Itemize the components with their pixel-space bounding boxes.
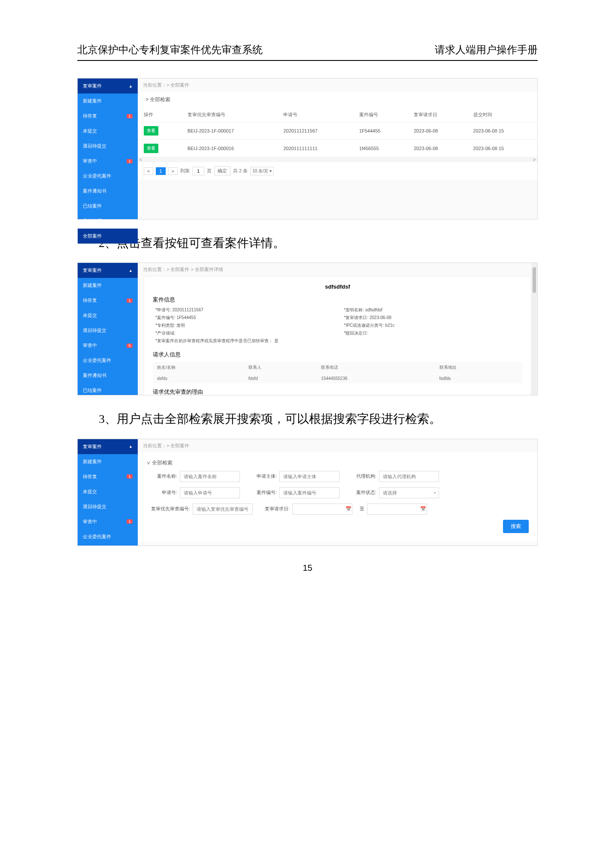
- calendar-icon[interactable]: 📅: [345, 506, 351, 512]
- form-label: 申请号:: [146, 489, 177, 496]
- sidebar-item[interactable]: 新建案件: [78, 278, 138, 293]
- sidebar-item[interactable]: 未提交: [78, 124, 138, 139]
- instruction-2: 2、点击查看按钮可查看案件详情。: [99, 232, 538, 254]
- sidebar-item[interactable]: 案件通知书: [78, 184, 138, 199]
- per-page-select[interactable]: 10 条/页 ▾: [250, 167, 273, 175]
- fold-toggle[interactable]: > 全部检索: [138, 92, 537, 108]
- section-requester-info: 请求人信息: [153, 351, 522, 359]
- table-row: 查看BEIJ-2023-1F-00001620201111111111f4565…: [138, 140, 537, 157]
- sidebar-item[interactable]: 审查中1: [78, 154, 138, 169]
- table-row: 查看BEIJ-2023-1F-00001720201112115671F5444…: [138, 122, 537, 140]
- sidebar-item[interactable]: 已结案件: [78, 383, 138, 398]
- page-label: 页: [207, 168, 212, 174]
- info-field: *驳回决定日:: [344, 330, 520, 336]
- sidebar-item[interactable]: 未提交: [78, 308, 138, 323]
- sidebar-item[interactable]: 全部案件: [78, 229, 138, 244]
- info-field: *申请号: 2020111211567: [155, 307, 331, 313]
- screenshot-all-cases: 复审案件▲新建案件待答复1未提交退回待提交审查中1企业委托案件案件通知书已结案件…: [77, 78, 538, 220]
- sidebar-item[interactable]: 全部案件: [78, 413, 138, 428]
- goto-label: 到第: [180, 168, 190, 174]
- breadcrumb: 当前位置：> 全部案件: [138, 78, 537, 92]
- fold-toggle-open[interactable]: ∨ 全部检索: [146, 459, 529, 471]
- info-field: *发明名称: sdfsdfdsf: [344, 307, 520, 313]
- sidebar-item[interactable]: 委托管理: [78, 398, 138, 413]
- sidebar-item[interactable]: 企业委托案件: [78, 529, 138, 544]
- sidebar-item[interactable]: 复审案件▲: [78, 78, 138, 93]
- info-field: *案件编号: 1F544455: [155, 315, 331, 321]
- breadcrumb-search: 当前位置：> 全部案件: [138, 439, 537, 452]
- page-1[interactable]: 1: [156, 167, 165, 175]
- form-input[interactable]: [279, 471, 339, 482]
- page-input[interactable]: [192, 167, 204, 175]
- page-number: 15: [77, 563, 538, 573]
- main-panel-search: 当前位置：> 全部案件 ∨ 全部检索 案件名称:申请主体:代理机构:申请号:案件…: [138, 439, 537, 546]
- sidebar-item[interactable]: 退回待提交: [78, 499, 138, 514]
- sidebar-item[interactable]: 企业委托案件: [78, 169, 138, 184]
- calendar-icon[interactable]: 📅: [420, 506, 426, 512]
- sidebar-item[interactable]: 案件通知书: [78, 368, 138, 383]
- table-header: 复审请求日: [408, 108, 467, 122]
- form-label: 代理机构:: [345, 473, 376, 479]
- sidebar-item[interactable]: 待答复1: [78, 293, 138, 308]
- breadcrumb-detail: 当前位置：> 全部案件 > 全部案件详情: [138, 263, 537, 276]
- info-field: *产业领域:: [155, 330, 331, 336]
- form-input[interactable]: [279, 487, 339, 498]
- badge: 1: [127, 114, 133, 118]
- badge: 5: [127, 344, 133, 348]
- badge: 1: [127, 519, 133, 524]
- table-header: 复审优先审查编号: [182, 108, 278, 122]
- sidebar-item[interactable]: 案件通知书: [78, 544, 138, 559]
- chevron-up-icon: ▲: [129, 444, 133, 449]
- chevron-down-icon[interactable]: ▾: [434, 491, 436, 495]
- view-button[interactable]: 查看: [144, 126, 158, 136]
- sidebar-item[interactable]: 审查中1: [78, 514, 138, 529]
- sidebar-item[interactable]: 企业委托案件: [78, 353, 138, 368]
- badge: 1: [127, 159, 133, 163]
- form-input[interactable]: [379, 487, 439, 498]
- case-title: sdfsdfdsf: [153, 283, 522, 290]
- next-page[interactable]: >: [168, 167, 178, 175]
- sidebar-item[interactable]: 已结案件: [78, 199, 138, 214]
- main-panel-detail: 当前位置：> 全部案件 > 全部案件详情 sdfsdfdsf 案件信息 *申请号…: [138, 263, 537, 395]
- cases-table: 操作复审优先审查编号申请号案件编号复审请求日提交时间 查看BEIJ-2023-1…: [138, 108, 537, 157]
- sidebar-item[interactable]: 退回待提交: [78, 139, 138, 154]
- table-header: 操作: [138, 108, 182, 122]
- view-button[interactable]: 查看: [144, 144, 158, 153]
- total-count: 共 2 条: [233, 168, 248, 174]
- chevron-up-icon: ▲: [129, 84, 133, 88]
- prev-page[interactable]: <: [144, 167, 153, 175]
- sidebar-item[interactable]: 未提交: [78, 484, 138, 499]
- sidebar-item[interactable]: 委托管理: [78, 214, 138, 229]
- sidebar-item[interactable]: 退回待提交: [78, 323, 138, 338]
- chevron-up-icon: ▲: [129, 268, 133, 273]
- sidebar-item[interactable]: 复审案件▲: [78, 439, 138, 454]
- sidebar-item[interactable]: 新建案件: [78, 93, 138, 108]
- form-label: 申请主体:: [246, 473, 277, 479]
- table-header: 提交时间: [467, 108, 537, 122]
- v-scrollbar[interactable]: [531, 263, 537, 395]
- pagination: < 1 > 到第 页 确定 共 2 条 10 条/页 ▾: [138, 162, 537, 180]
- form-input[interactable]: [180, 487, 240, 498]
- section-case-info: 案件信息: [153, 296, 522, 304]
- form-label: 案件状态:: [345, 489, 376, 496]
- sidebar-item[interactable]: 已结案件: [78, 559, 138, 574]
- form-input[interactable]: [193, 503, 253, 515]
- sidebar-item[interactable]: 待答复1: [78, 469, 138, 484]
- form-input[interactable]: [292, 503, 352, 515]
- table-header: 案件编号: [353, 108, 408, 122]
- sidebar-item[interactable]: 待答复1: [78, 108, 138, 124]
- sidebar-item[interactable]: 审查中5: [78, 338, 138, 353]
- search-button[interactable]: 搜索: [503, 520, 529, 533]
- form-input[interactable]: [379, 471, 439, 482]
- goto-confirm[interactable]: 确定: [214, 166, 230, 175]
- h-scrollbar[interactable]: <>: [138, 157, 537, 162]
- section-reason: 请求优先审查的理由: [153, 388, 522, 395]
- form-label: 案件编号:: [246, 489, 277, 496]
- sidebar-item[interactable]: 新建案件: [78, 454, 138, 469]
- info-field: *复审请求日: 2023-06-08: [344, 315, 520, 321]
- form-input[interactable]: [180, 471, 240, 482]
- screenshot-search-form: 复审案件▲新建案件待答复1未提交退回待提交审查中1企业委托案件案件通知书已结案件…: [77, 439, 538, 546]
- form-label: 复审请求日:: [259, 506, 290, 512]
- sidebar-item[interactable]: 复审案件▲: [78, 263, 138, 278]
- form-input[interactable]: [367, 503, 427, 515]
